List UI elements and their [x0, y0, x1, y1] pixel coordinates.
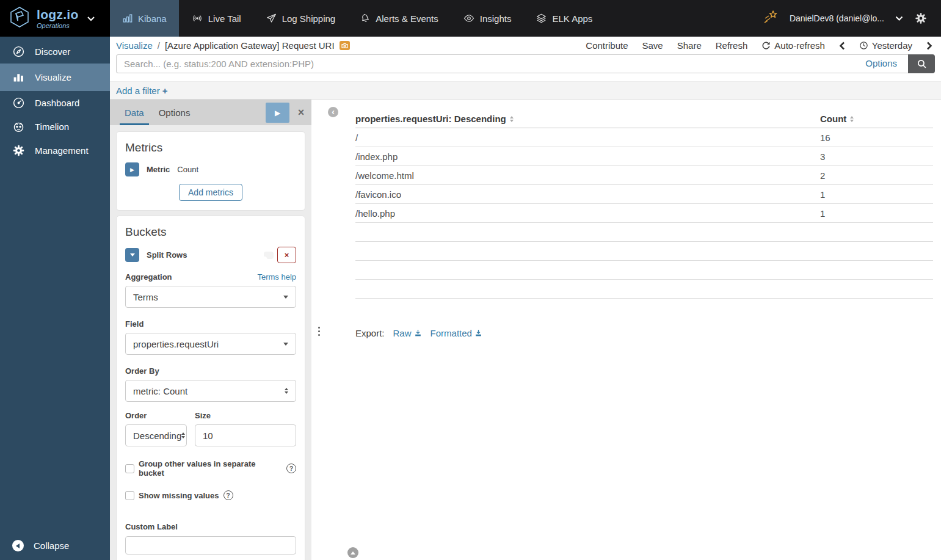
- download-icon: [414, 329, 422, 337]
- tab-options[interactable]: Options: [151, 100, 198, 125]
- chevron-up-icon: [351, 551, 355, 555]
- add-filter-button[interactable]: Add a filter+: [116, 85, 167, 96]
- config-tabbar: Data Options ▶ ×: [110, 100, 311, 125]
- layers-icon: [536, 13, 547, 24]
- sidebar-item-timelion[interactable]: Timelion: [0, 115, 110, 139]
- sidebar-item-dashboard[interactable]: Dashboard: [0, 91, 110, 115]
- bucket-collapse-button[interactable]: [125, 248, 139, 262]
- select-arrows-icon: [285, 388, 288, 394]
- search-submit-button[interactable]: [908, 54, 935, 73]
- scroll-to-top-button[interactable]: [347, 547, 358, 558]
- export-formatted-link[interactable]: Formatted: [431, 328, 482, 338]
- top-navbar: logz.io Operations Kibana Live Tail: [0, 0, 941, 37]
- nav-tab-kibana[interactable]: Kibana: [110, 0, 179, 37]
- bucket-enable-toggle[interactable]: [264, 252, 274, 259]
- size-input[interactable]: [195, 424, 296, 446]
- query-bar: Options: [110, 54, 941, 81]
- bell-icon: [359, 12, 372, 24]
- order-label: Order: [125, 411, 187, 420]
- time-range-prev-button[interactable]: [839, 42, 845, 50]
- page-title: [Azure Application Gateway] Request URI: [165, 40, 335, 51]
- table-row-empty: [355, 223, 933, 242]
- field-select[interactable]: properties.requestUri: [125, 333, 296, 355]
- auto-refresh-icon: [761, 41, 771, 50]
- gear-icon: [12, 144, 25, 157]
- metric-expand-button[interactable]: ▶: [125, 162, 139, 176]
- discard-changes-button[interactable]: ×: [291, 100, 311, 125]
- column-header-count[interactable]: Count: [820, 114, 933, 124]
- search-icon: [917, 59, 927, 69]
- panel-collapse-button[interactable]: ‹: [328, 107, 338, 117]
- show-missing-values-checkbox[interactable]: [125, 491, 134, 500]
- group-other-values-checkbox[interactable]: [125, 464, 134, 473]
- chevron-down-icon: [283, 343, 288, 346]
- refresh-button[interactable]: Refresh: [716, 40, 748, 51]
- breadcrumb-separator: /: [158, 40, 160, 51]
- chevron-down-icon: [283, 296, 288, 299]
- order-by-select[interactable]: metric: Count: [125, 380, 296, 402]
- apply-changes-button[interactable]: ▶: [266, 103, 289, 123]
- chevron-down-icon[interactable]: [895, 13, 903, 24]
- breadcrumb-visualize-link[interactable]: Visualize: [116, 40, 153, 51]
- tab-data[interactable]: Data: [117, 100, 151, 125]
- sidebar-collapse-button[interactable]: Collapse: [0, 533, 110, 560]
- sidebar-item-management[interactable]: Management: [0, 139, 110, 162]
- metrics-heading: Metrics: [125, 141, 296, 155]
- share-button[interactable]: Share: [677, 40, 702, 51]
- nav-tab-log-shipping[interactable]: Log Shipping: [253, 0, 348, 37]
- buckets-card: Buckets Split Rows × Aggregation Terms h…: [116, 216, 305, 560]
- remove-bucket-button[interactable]: ×: [277, 247, 296, 263]
- gear-icon: [914, 12, 928, 25]
- nav-tab-alerts-events[interactable]: Alerts & Events: [347, 0, 451, 37]
- sort-icon: [510, 116, 514, 122]
- size-label: Size: [195, 411, 296, 420]
- table-row-empty: [355, 242, 933, 261]
- brand-name: logz.io: [37, 8, 79, 21]
- nav-tab-live-tail[interactable]: Live Tail: [179, 0, 253, 37]
- query-options-link[interactable]: Options: [865, 58, 897, 68]
- export-raw-link[interactable]: Raw: [393, 328, 422, 338]
- snapshot-camera-button[interactable]: [340, 41, 350, 50]
- order-select[interactable]: Descending: [125, 424, 187, 446]
- time-range-picker[interactable]: Yesterday: [859, 40, 912, 51]
- play-icon: ▶: [130, 167, 134, 173]
- settings-gear-button[interactable]: [914, 12, 928, 25]
- logo-menu[interactable]: logz.io Operations: [0, 0, 110, 37]
- help-question-icon[interactable]: ?: [286, 464, 296, 473]
- save-button[interactable]: Save: [642, 40, 663, 51]
- download-icon: [474, 329, 482, 337]
- contribute-button[interactable]: Contribute: [586, 40, 628, 51]
- gauge-icon: [12, 96, 25, 109]
- brand-tagline: Operations: [37, 23, 79, 29]
- column-header-request-uri[interactable]: properties.requestUri: Descending: [355, 114, 820, 124]
- breadcrumb-bar: Visualize / [Azure Application Gateway] …: [110, 37, 941, 54]
- shooting-star-icon[interactable]: [763, 9, 779, 27]
- nav-tab-insights[interactable]: Insights: [451, 0, 524, 37]
- timelion-face-icon: [12, 120, 25, 133]
- auto-refresh-button[interactable]: Auto-refresh: [761, 40, 825, 51]
- add-metrics-button[interactable]: Add metrics: [179, 184, 242, 201]
- panel-resize-handle[interactable]: [318, 327, 320, 336]
- bar-chart-icon: [122, 13, 133, 24]
- aggregation-select[interactable]: Terms: [125, 286, 296, 308]
- logzio-logo-icon: [8, 5, 31, 31]
- chevron-right-icon: [926, 42, 932, 50]
- sidebar-item-visualize[interactable]: Visualize: [0, 64, 110, 91]
- show-missing-values-label: Show missing values: [139, 491, 219, 500]
- camera-icon: [341, 43, 348, 48]
- time-range-next-button[interactable]: [926, 42, 932, 50]
- user-account-label[interactable]: DanielDev8 (daniel@lo...: [790, 13, 884, 23]
- sort-icon: [850, 116, 854, 122]
- terms-help-link[interactable]: Terms help: [257, 272, 296, 282]
- sidebar-item-discover[interactable]: Discover: [0, 37, 110, 64]
- top-nav-tabs: Kibana Live Tail Log Shipping Alerts & E…: [110, 0, 605, 37]
- table-row: /welcome.html 2: [355, 166, 933, 185]
- help-question-icon[interactable]: ?: [223, 490, 233, 500]
- custom-label-input[interactable]: [125, 536, 296, 555]
- nav-tab-elk-apps[interactable]: ELK Apps: [523, 0, 605, 37]
- table-row: /favicon.ico 1: [355, 185, 933, 204]
- bar-chart-icon: [12, 71, 25, 84]
- compass-icon: [12, 45, 25, 58]
- field-label: Field: [125, 319, 144, 329]
- search-input[interactable]: [116, 54, 908, 73]
